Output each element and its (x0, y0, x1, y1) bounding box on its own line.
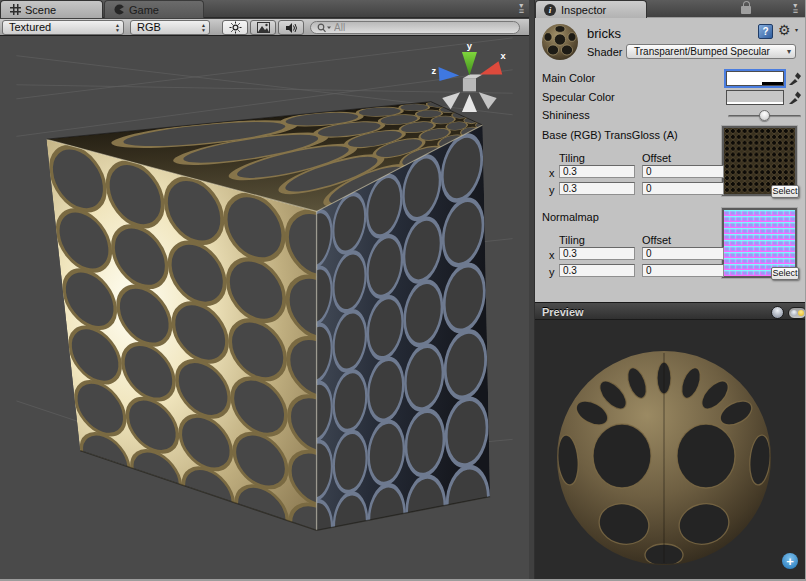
main-color-alpha-bar (727, 82, 783, 85)
gizmo-x-label: x (501, 51, 507, 61)
light-on-dot-icon (798, 310, 804, 316)
search-input[interactable] (334, 22, 494, 33)
tab-inspector[interactable]: Inspector (535, 0, 647, 18)
shader-value: Transparent/Bumped Specular (634, 46, 770, 57)
offset-header: Offset (642, 234, 671, 246)
scene-panel: Scene Game ▾≡ Textured ▲▼ RGB ▲▼ (0, 0, 529, 581)
material-name: bricks (587, 26, 621, 41)
lock-icon[interactable] (741, 6, 751, 14)
gizmo-x-cone[interactable] (480, 61, 503, 74)
tab-game[interactable]: Game (104, 0, 204, 18)
material-ball-icon (540, 22, 580, 62)
base-tiling-x-input[interactable] (559, 165, 635, 178)
gizmo-y-label: y (467, 41, 473, 51)
tiling-header: Tiling (559, 152, 585, 164)
tab-inspector-label: Inspector (561, 4, 606, 16)
preview-add-button[interactable] (782, 553, 798, 569)
material-preview-sphere[interactable] (535, 320, 806, 581)
normal-tiling-x-input[interactable] (559, 247, 635, 260)
row-y-label: y (549, 266, 555, 278)
normal-map-label: Normalmap (542, 211, 599, 223)
row-y-label: y (549, 184, 555, 196)
eyedropper-icon[interactable] (788, 90, 801, 105)
row-x-label: x (549, 249, 555, 261)
preview-lighting-button[interactable] (788, 307, 806, 319)
scene-cube[interactable] (46, 101, 492, 564)
normal-offset-y-input[interactable] (642, 264, 724, 277)
scene-viewport[interactable]: y x z (0, 36, 529, 581)
orientation-gizmo[interactable]: y x z (431, 41, 506, 112)
render-mode-dropdown[interactable]: Textured ▲▼ (2, 20, 124, 35)
gizmo-z-cone[interactable] (439, 67, 460, 81)
base-tiling-y-input[interactable] (559, 182, 635, 195)
shininess-label: Shininess (542, 109, 590, 121)
main-color-swatch[interactable] (726, 71, 784, 86)
specular-color-swatch[interactable] (726, 90, 784, 105)
normal-tiling-y-input[interactable] (559, 264, 635, 277)
scene-tabbar: Scene Game ▾≡ (0, 0, 529, 18)
preview-header: Preview (535, 302, 806, 320)
unity-editor-window: Scene Game ▾≡ Textured ▲▼ RGB ▲▼ (0, 0, 806, 581)
gizmo-z-label: z (431, 66, 436, 76)
gear-icon[interactable]: ▾ (778, 22, 796, 39)
gizmo-neg-cone[interactable] (462, 94, 477, 112)
shininess-slider-thumb[interactable] (759, 110, 770, 121)
inspector-panel: Inspector ▾≡ bricks Shader (534, 0, 806, 581)
shader-label: Shader (587, 46, 622, 58)
scene-search-field[interactable] (310, 21, 520, 34)
scene-toolbar: Textured ▲▼ RGB ▲▼ (0, 19, 529, 36)
inspector-panel-menu-icon[interactable]: ▾≡ (793, 3, 799, 15)
scene-grid-icon (10, 4, 21, 15)
tiling-header: Tiling (559, 234, 585, 246)
tab-scene[interactable]: Scene (0, 0, 103, 18)
audio-toggle-button[interactable] (278, 20, 304, 35)
normal-offset-x-input[interactable] (642, 247, 724, 260)
speaker-icon (285, 22, 298, 34)
preview-title: Preview (542, 306, 584, 318)
dropdown-arrows-icon: ▲▼ (115, 23, 120, 33)
base-map-label: Base (RGB) TransGloss (A) (542, 129, 678, 141)
scene-3d-view: y x z (0, 36, 529, 581)
normal-map-select-button[interactable]: Select (771, 267, 799, 280)
offset-header: Offset (642, 152, 671, 164)
gizmo-y-cone[interactable] (462, 52, 477, 75)
specular-color-label: Specular Color (542, 91, 615, 103)
preview-area[interactable] (535, 320, 806, 581)
tab-scene-label: Scene (25, 4, 56, 16)
specular-color-alpha-bar (727, 102, 783, 104)
scene-panel-menu-icon[interactable]: ▾≡ (519, 3, 525, 15)
lighting-toggle-button[interactable] (222, 20, 248, 35)
base-offset-x-input[interactable] (642, 165, 724, 178)
shader-dropdown[interactable]: Transparent/Bumped Specular (626, 44, 796, 59)
gizmo-center-cube[interactable] (463, 78, 476, 91)
search-icon (317, 23, 331, 33)
image-icon (257, 22, 270, 33)
light-off-dot-icon (791, 310, 797, 316)
inspector-tabbar: Inspector ▾≡ (535, 0, 806, 18)
row-x-label: x (549, 167, 555, 179)
base-map-select-button[interactable]: Select (771, 185, 799, 198)
inspector-info-icon (544, 4, 556, 16)
gizmo-neg-cone[interactable] (479, 92, 497, 109)
game-icon (114, 4, 125, 15)
main-color-label: Main Color (542, 72, 595, 84)
eyedropper-icon[interactable] (788, 71, 801, 86)
tab-game-label: Game (129, 4, 159, 16)
preview-mesh-button[interactable] (771, 306, 784, 319)
skybox-toggle-button[interactable] (250, 20, 276, 35)
channel-mode-dropdown[interactable]: RGB ▲▼ (130, 20, 210, 35)
render-mode-value: Textured (9, 21, 51, 33)
help-icon[interactable] (758, 24, 773, 39)
channel-mode-value: RGB (137, 21, 161, 33)
base-offset-y-input[interactable] (642, 182, 724, 195)
dropdown-arrows-icon: ▲▼ (201, 23, 206, 33)
sun-icon (229, 21, 242, 34)
